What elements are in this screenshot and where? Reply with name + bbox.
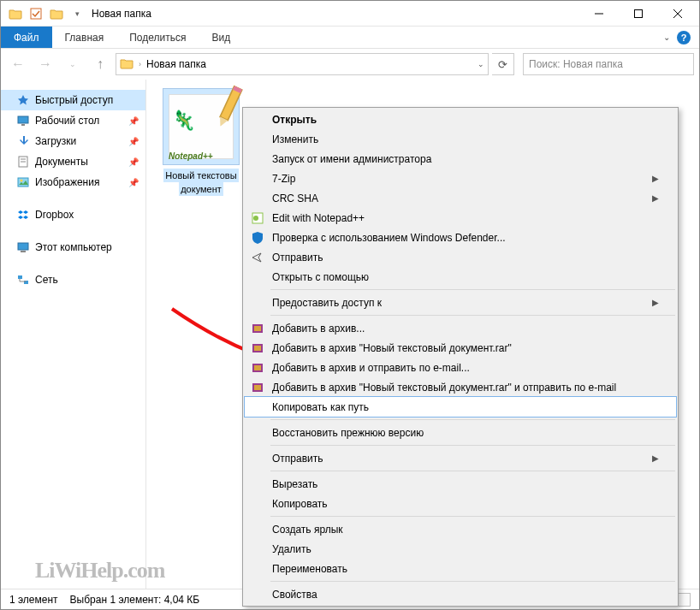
- dropbox-icon: [16, 208, 30, 222]
- checkbox-icon[interactable]: [28, 6, 44, 21]
- tab-view[interactable]: Вид: [199, 27, 243, 48]
- menu-add-email[interactable]: Добавить в архив и отправить по e-mail..…: [245, 358, 676, 377]
- sidebar: Быстрый доступ Рабочий стол 📌 Загрузки 📌…: [1, 80, 146, 595]
- folder-icon: [49, 6, 64, 21]
- qat-dropdown-icon[interactable]: ▾: [69, 6, 85, 21]
- menu-delete[interactable]: Удалить: [245, 539, 676, 559]
- sidebar-label: Этот компьютер: [35, 241, 112, 253]
- menu-separator: [270, 471, 675, 471]
- tab-file[interactable]: Файл: [1, 27, 52, 48]
- watermark: LiWiHelp.com: [35, 558, 164, 583]
- svg-point-11: [21, 180, 23, 182]
- submenu-arrow-icon: ▶: [652, 453, 659, 463]
- sidebar-item-network[interactable]: Сеть: [1, 269, 145, 290]
- menu-copy-as-path[interactable]: Копировать как путь: [245, 397, 676, 417]
- address-dropdown-icon[interactable]: ⌄: [478, 60, 484, 68]
- help-icon[interactable]: ?: [677, 31, 691, 44]
- svg-rect-2: [635, 9, 643, 17]
- menu-separator: [270, 289, 675, 290]
- window-controls: [579, 1, 697, 27]
- menu-properties[interactable]: Свойства: [245, 584, 676, 604]
- file-label: Новый текстовы документ: [155, 169, 247, 196]
- menu-add-archive-rar[interactable]: Добавить в архив "Новый текстовый докуме…: [245, 338, 676, 358]
- up-button[interactable]: ↑: [88, 53, 112, 75]
- menu-separator: [270, 419, 675, 420]
- winrar-icon: [250, 380, 265, 395]
- menu-copy[interactable]: Копировать: [245, 494, 676, 513]
- star-icon: [16, 93, 30, 107]
- documents-icon: [16, 155, 30, 169]
- file-thumbnail: 🦎 Notepad++: [163, 88, 240, 165]
- minimize-button[interactable]: [579, 1, 619, 27]
- sidebar-label: Загрузки: [35, 135, 76, 147]
- sidebar-label: Сеть: [35, 274, 58, 286]
- search-placeholder: Поиск: Новая папка: [529, 58, 623, 70]
- pin-icon: 📌: [128, 157, 139, 167]
- file-item[interactable]: 🦎 Notepad++ Новый текстовы документ: [155, 88, 247, 196]
- menu-cut[interactable]: Вырезать: [245, 474, 676, 494]
- pictures-icon: [16, 175, 30, 189]
- status-selected: Выбран 1 элемент: 4,04 КБ: [70, 594, 200, 606]
- svg-rect-5: [18, 116, 28, 123]
- refresh-button[interactable]: ⟳: [492, 53, 514, 75]
- notepad-badge: Notepad++: [169, 151, 213, 163]
- menu-crc-sha[interactable]: CRC SHA▶: [245, 188, 676, 208]
- sidebar-label: Изображения: [35, 176, 99, 188]
- sidebar-label: Dropbox: [35, 209, 74, 221]
- menu-add-rar-email[interactable]: Добавить в архив "Новый текстовый докуме…: [245, 377, 676, 397]
- sidebar-item-documents[interactable]: Документы 📌: [1, 151, 145, 172]
- svg-rect-12: [18, 243, 28, 250]
- menu-give-access[interactable]: Предоставить доступ к▶: [245, 293, 676, 312]
- tab-home[interactable]: Главная: [52, 27, 117, 48]
- menu-open-with[interactable]: Открыть с помощью: [245, 267, 676, 287]
- menu-separator: [270, 581, 675, 582]
- address-field[interactable]: › Новая папка ⌄: [116, 53, 489, 75]
- quick-access-toolbar: ▾: [3, 6, 85, 21]
- lizard-icon: 🦎: [172, 115, 195, 127]
- menu-shortcut[interactable]: Создать ярлык: [245, 519, 676, 539]
- sidebar-item-pictures[interactable]: Изображения 📌: [1, 172, 145, 192]
- menu-add-archive[interactable]: Добавить в архив...: [245, 318, 676, 338]
- breadcrumb-location[interactable]: Новая папка: [146, 58, 206, 70]
- status-count: 1 элемент: [9, 594, 58, 606]
- svg-rect-26: [254, 365, 261, 370]
- menu-edit[interactable]: Изменить: [245, 129, 676, 149]
- menu-separator: [270, 445, 675, 446]
- menu-send-to[interactable]: Отправить▶: [245, 448, 676, 468]
- menu-rename[interactable]: Переименовать: [245, 559, 676, 578]
- forward-button[interactable]: →: [33, 53, 57, 75]
- sidebar-item-downloads[interactable]: Загрузки 📌: [1, 131, 145, 151]
- menu-separator: [270, 315, 675, 316]
- menu-run-as-admin[interactable]: Запуск от имени администратора: [245, 149, 676, 169]
- folder-icon: [120, 56, 133, 73]
- menu-open[interactable]: Открыть: [245, 110, 676, 129]
- menu-edit-npp[interactable]: Edit with Notepad++: [245, 208, 676, 228]
- ribbon-expand[interactable]: ⌄ ?: [655, 27, 699, 48]
- sidebar-item-desktop[interactable]: Рабочий стол 📌: [1, 110, 145, 131]
- svg-rect-13: [21, 251, 26, 252]
- back-button[interactable]: ←: [6, 53, 30, 75]
- svg-rect-24: [254, 346, 261, 351]
- winrar-icon: [250, 321, 265, 336]
- menu-restore[interactable]: Восстановить прежнюю версию: [245, 423, 676, 442]
- submenu-arrow-icon: ▶: [652, 298, 659, 307]
- tab-share[interactable]: Поделиться: [116, 27, 199, 48]
- menu-separator: [270, 516, 675, 517]
- history-dropdown[interactable]: ⌄: [61, 53, 85, 75]
- breadcrumb-sep: ›: [139, 60, 141, 68]
- menu-defender[interactable]: Проверка с использованием Windows Defend…: [245, 228, 676, 247]
- pin-icon: 📌: [128, 178, 139, 187]
- menu-7zip[interactable]: 7-Zip▶: [245, 169, 676, 188]
- ribbon-tabs: Файл Главная Поделиться Вид ⌄ ?: [1, 27, 699, 49]
- sidebar-item-dropbox[interactable]: Dropbox: [1, 204, 145, 225]
- submenu-arrow-icon: ▶: [652, 174, 659, 183]
- maximize-button[interactable]: [619, 1, 658, 27]
- sidebar-item-this-pc[interactable]: Этот компьютер: [1, 237, 145, 258]
- menu-send[interactable]: Отправить: [245, 247, 676, 267]
- svg-rect-14: [18, 275, 22, 279]
- close-button[interactable]: [658, 1, 697, 27]
- sidebar-item-quick-access[interactable]: Быстрый доступ: [1, 90, 145, 110]
- downloads-icon: [16, 134, 30, 148]
- search-input[interactable]: Поиск: Новая папка: [523, 53, 694, 75]
- notepad-icon: [250, 210, 265, 226]
